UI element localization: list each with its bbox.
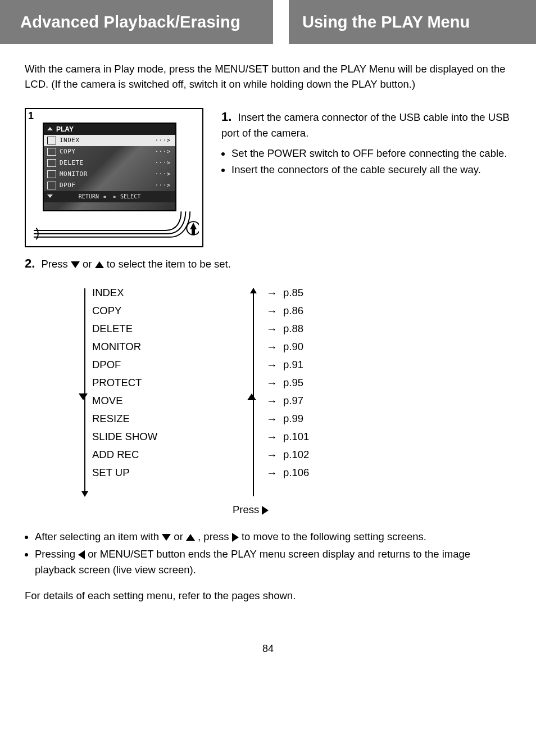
flow-item: COPY <box>92 302 249 320</box>
step2: 2. Press or to select the item to be set… <box>25 254 511 604</box>
flow-page-label: p.101 <box>283 429 309 445</box>
lcd-row-label: DELETE <box>60 159 84 166</box>
step1-number: 1. <box>221 110 231 124</box>
camera-screenshot: 1 PLAY INDEX ···> COPY ···> DELETE ···> <box>25 108 203 247</box>
down-triangle-icon <box>162 534 171 541</box>
monitor-icon <box>47 170 56 178</box>
flow-item: RESIZE <box>92 410 249 428</box>
header-bar: Advanced Playback/Erasing Using the PLAY… <box>0 0 536 44</box>
camera-curves <box>33 211 199 243</box>
flow-item: DPOF <box>92 356 249 374</box>
flow-page: →p.88 <box>266 320 502 338</box>
arrow-right-icon: → <box>266 284 278 301</box>
arrow-right-icon: → <box>266 428 278 445</box>
step1-text: 1. Insert the camera connector of the US… <box>221 108 511 247</box>
after-text: or <box>174 531 186 542</box>
closing-text: For details of each setting menu, refer … <box>25 588 511 604</box>
flow-page: →p.86 <box>266 302 502 320</box>
lcd-row-label: DPOF <box>60 182 76 189</box>
flow-item: INDEX <box>92 284 249 302</box>
flow-page-label: p.85 <box>283 285 303 301</box>
svg-rect-2 <box>192 229 195 235</box>
lcd-title: PLAY <box>56 125 74 133</box>
header-gap <box>273 0 289 44</box>
step2-lead: 2. Press or to select the item to be set… <box>25 254 511 273</box>
step2-text: to select the item to be set. <box>107 258 231 270</box>
page-body: With the camera in Play mode, press the … <box>0 62 536 666</box>
flow-page: →p.90 <box>266 338 502 356</box>
copy-icon <box>47 148 56 156</box>
flow-page-label: p.91 <box>283 357 303 373</box>
header-right: Using the PLAY Menu <box>289 0 536 44</box>
flow-item: SLIDE SHOW <box>92 428 249 446</box>
step2-text: or <box>83 258 95 270</box>
flow-line-down <box>84 288 85 496</box>
flow-line-up <box>253 288 254 496</box>
lcd-row-label: COPY <box>60 148 76 155</box>
after-bullet-1: After selecting an item with or , press … <box>35 529 511 545</box>
after-text: to move to the following setting screens… <box>242 531 426 542</box>
flow-item: ADD REC <box>92 446 249 464</box>
lcd-footer: RETURN ◄ ► SELECT <box>44 191 175 202</box>
step-badge: 1 <box>26 109 44 127</box>
step2-text: Press <box>42 258 71 270</box>
lcd-row-monitor: MONITOR ···> <box>44 169 175 180</box>
after-text: or MENU/SET button ends the PLAY menu sc… <box>35 548 470 576</box>
lcd-row-dpof: DPOF ···> <box>44 180 175 191</box>
lcd-row-copy: COPY ···> <box>44 146 175 157</box>
flow-page-label: p.88 <box>283 321 303 337</box>
arrow-icon: ···> <box>155 170 171 178</box>
trash-icon <box>47 159 56 167</box>
flow-page-label: p.90 <box>283 339 303 355</box>
press-right: Press <box>233 502 269 518</box>
flow-page: →p.101 <box>266 428 502 446</box>
chevron-up-icon <box>47 127 53 130</box>
lcd-row-index: INDEX ···> <box>44 135 175 146</box>
arrow-icon: ···> <box>155 148 171 155</box>
grid-icon <box>47 137 56 144</box>
step1-sentence: Insert the camera connector of the USB c… <box>221 111 510 139</box>
lcd: PLAY INDEX ···> COPY ···> DELETE ···> MO… <box>43 123 176 211</box>
arrow-right-icon: → <box>266 338 278 355</box>
flow-page: →p.91 <box>266 356 502 374</box>
step1-bullet: Set the POWER switch to OFF before conne… <box>231 146 511 161</box>
down-triangle-icon <box>71 261 80 268</box>
flow-page-label: p.97 <box>283 393 303 409</box>
flow-page-label: p.86 <box>283 303 303 319</box>
chevron-down-icon <box>47 194 53 198</box>
after-text: After selecting an item with <box>35 531 162 542</box>
flow-page: →p.102 <box>266 446 502 464</box>
flow-page-label: p.102 <box>283 447 309 463</box>
arrow-right-icon: → <box>266 302 278 319</box>
flow-page: →p.97 <box>266 392 502 410</box>
lcd-row-delete: DELETE ···> <box>44 157 175 169</box>
right-triangle-icon <box>232 533 239 542</box>
flow-page-label: p.106 <box>283 465 309 481</box>
flow-right-col: →p.85 →p.86 →p.88 →p.90 →p.91 →p.95 →p.9… <box>266 284 502 482</box>
svg-marker-1 <box>190 223 197 229</box>
header-left: Advanced Playback/Erasing <box>0 0 273 44</box>
flow-item: MOVE <box>92 392 249 410</box>
step1-bullet: Insert the connectors of the cable secur… <box>231 162 511 178</box>
flow-page: →p.85 <box>266 284 502 302</box>
step2-number: 2. <box>25 256 35 270</box>
arrow-right-icon: → <box>266 374 278 391</box>
page-number: 84 <box>25 643 511 666</box>
lcd-row-label: MONITOR <box>60 170 88 178</box>
arrow-icon: ···> <box>155 182 171 189</box>
menu-flow: INDEX COPY DELETE MONITOR DPOF PROTECT M… <box>25 284 511 526</box>
press-right-label: Press <box>233 504 262 515</box>
flow-item: DELETE <box>92 320 249 338</box>
lcd-footer-select: SELECT <box>120 193 140 200</box>
arrow-right-icon: → <box>266 356 278 373</box>
up-triangle-icon <box>95 261 104 268</box>
arrow-right-icon: → <box>266 320 278 337</box>
flow-left-col: INDEX COPY DELETE MONITOR DPOF PROTECT M… <box>92 284 249 482</box>
header-left-text: Advanced Playback/Erasing <box>20 13 240 31</box>
after-text: , press <box>198 531 232 542</box>
dpof-icon <box>47 182 56 189</box>
arrow-icon: ···> <box>155 159 171 166</box>
up-triangle-icon <box>186 534 195 541</box>
lcd-header: PLAY <box>44 124 175 135</box>
header-right-text: Using the PLAY Menu <box>302 13 470 31</box>
